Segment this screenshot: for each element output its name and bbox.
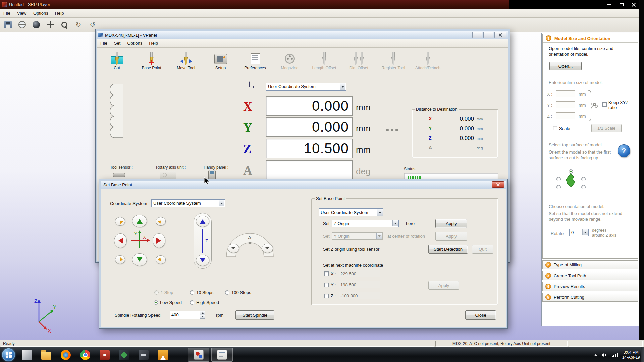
taskbar-app1-button[interactable] <box>17 347 36 362</box>
jog-x-minus-button[interactable] <box>114 233 127 248</box>
srp-menu-help[interactable]: Help <box>52 9 67 18</box>
step5-bar[interactable]: 5 Perform Cutting <box>542 293 638 302</box>
dialog-coord-system-dropdown[interactable]: User Coordinate System <box>151 199 225 207</box>
vpanel-maximize-button[interactable] <box>483 32 493 38</box>
restore-button[interactable] <box>616 2 627 8</box>
jog-y-minus-button[interactable] <box>132 253 147 266</box>
low-speed-radio[interactable] <box>154 300 158 305</box>
step2-bar[interactable]: 2 Type of Milling <box>542 260 638 269</box>
more-options-button[interactable] <box>386 127 400 132</box>
rotate-ccw-button[interactable]: ↺ <box>88 20 97 29</box>
taskbar-firefox-button[interactable] <box>56 347 75 362</box>
show-desktop-button[interactable] <box>641 347 644 362</box>
move-button[interactable] <box>46 20 55 29</box>
taskbar-explorer-button[interactable] <box>37 347 56 362</box>
taskbar-vpanel-button[interactable] <box>211 348 233 362</box>
close-dialog-button[interactable]: Close <box>465 310 496 320</box>
orientation-radio-right-upper[interactable] <box>581 177 586 181</box>
taskbar-app7-button[interactable] <box>134 347 153 362</box>
minimize-button[interactable] <box>604 2 614 8</box>
size-z-field[interactable] <box>556 112 575 119</box>
machine-y-input[interactable] <box>339 281 380 288</box>
vpanel-close-button[interactable] <box>494 32 506 38</box>
vpanel-menu-set[interactable]: Set <box>111 39 124 47</box>
start-detection-button[interactable]: Start Detection <box>428 245 468 254</box>
orientation-radio-left-lower[interactable] <box>556 185 561 189</box>
jog-z-minus-button[interactable] <box>196 255 209 266</box>
network-icon[interactable] <box>611 352 618 358</box>
step-10-radio[interactable] <box>190 290 194 295</box>
taskbar-srp-player-button[interactable] <box>188 348 209 362</box>
taskbar-app5-button[interactable] <box>95 347 114 362</box>
start-button[interactable] <box>2 348 15 361</box>
orientation-radio-right-lower[interactable] <box>581 185 586 189</box>
size-x-field[interactable] <box>556 90 575 97</box>
rotate-dropdown[interactable]: 0 <box>569 229 589 236</box>
dialog-close-button[interactable] <box>492 181 504 188</box>
srp-titlebar[interactable]: Untitled - SRP Player <box>0 0 644 9</box>
toolbar-preferences-button[interactable]: Preferences <box>238 48 272 76</box>
machine-y-checkbox[interactable] <box>324 283 329 287</box>
view-globe-button[interactable] <box>17 20 27 29</box>
rotate-cw-button[interactable]: ↻ <box>74 20 83 29</box>
dialog-titlebar[interactable]: Set Base Point <box>101 181 506 189</box>
machine-x-checkbox[interactable] <box>324 272 329 276</box>
vpanel-menu-options[interactable]: Options <box>124 39 146 47</box>
taskbar-app6-button[interactable] <box>115 347 133 362</box>
high-speed-radio[interactable] <box>190 300 194 305</box>
orientation-radio-left-upper[interactable] <box>556 177 561 181</box>
vpanel-coord-system-dropdown[interactable]: User Coordinate System <box>266 83 346 90</box>
machine-x-input[interactable] <box>339 270 380 277</box>
toolbar-setup-button[interactable]: Setup <box>203 48 238 76</box>
jog-a-ccw-button[interactable] <box>228 244 239 253</box>
machine-z-checkbox[interactable] <box>324 294 329 298</box>
help-button[interactable]: ? <box>618 144 630 157</box>
render-button[interactable] <box>32 20 41 29</box>
taskbar-app8-button[interactable] <box>154 347 172 362</box>
close-button[interactable] <box>629 2 639 8</box>
srp-menu-view[interactable]: View <box>14 9 30 18</box>
save-button[interactable] <box>3 20 13 29</box>
srp-menu-options[interactable]: Options <box>30 9 52 18</box>
jog-diagonal-nw-button[interactable] <box>115 217 125 226</box>
step3-bar[interactable]: 3 Create Tool Path <box>542 271 638 280</box>
jog-x-plus-button[interactable] <box>153 233 165 248</box>
vpanel-menu-file[interactable]: File <box>97 39 111 47</box>
step4-bar[interactable]: 4 Preview Results <box>542 282 638 291</box>
machine-z-input[interactable] <box>339 292 380 299</box>
group-coord-system-dropdown[interactable]: User Coordinate System <box>319 208 383 216</box>
zoom-button[interactable] <box>60 20 69 29</box>
toolbar-base-point-button[interactable]: Base Point <box>134 48 169 76</box>
jog-y-plus-button[interactable] <box>132 215 147 227</box>
srp-menu-file[interactable]: File <box>0 9 14 18</box>
jog-z-plus-button[interactable] <box>196 216 209 227</box>
vpanel-titlebar[interactable]: MDX-540[RML-1] - VPanel <box>97 31 508 39</box>
speaker-icon[interactable] <box>601 352 607 358</box>
taskbar-chrome-button[interactable] <box>76 347 95 362</box>
origin-type-dropdown[interactable]: Z Origin <box>332 220 399 227</box>
size-y-field[interactable] <box>556 101 575 108</box>
scale-checkbox[interactable] <box>553 126 557 130</box>
jog-a-cw-button[interactable] <box>262 244 273 253</box>
toolbar-move-tool-button[interactable]: Move Tool <box>169 48 203 76</box>
jog-diagonal-se-button[interactable] <box>156 255 166 264</box>
tray-expand-icon[interactable] <box>594 352 597 356</box>
apply-rotation-button: Apply <box>435 232 467 241</box>
open-model-button[interactable]: Open... <box>549 62 582 70</box>
taskbar-clock[interactable]: 3:04 PM 14-Apr-19 <box>622 350 640 360</box>
step-100-radio[interactable] <box>225 290 229 295</box>
apply-origin-button[interactable]: Apply <box>435 219 467 228</box>
start-spindle-button[interactable]: Start Spindle <box>235 310 274 320</box>
toolbar-cut-button[interactable]: Cut <box>100 48 134 76</box>
coordinate-system-label: Coordinate System <box>110 201 147 206</box>
vpanel-minimize-button[interactable] <box>472 32 482 38</box>
reset-scale-button[interactable]: 1/1 Scale <box>591 124 622 132</box>
jog-diagonal-sw-button[interactable] <box>115 255 125 264</box>
z-unit-label: mm <box>356 145 370 155</box>
step-1-radio[interactable] <box>154 290 159 295</box>
spindle-speed-stepper[interactable] <box>200 311 205 319</box>
keep-ratio-checkbox[interactable] <box>602 102 607 107</box>
vpanel-menu-help[interactable]: Help <box>146 39 161 47</box>
jog-diagonal-ne-button[interactable] <box>156 217 166 226</box>
distance-a-label: A <box>429 145 432 150</box>
